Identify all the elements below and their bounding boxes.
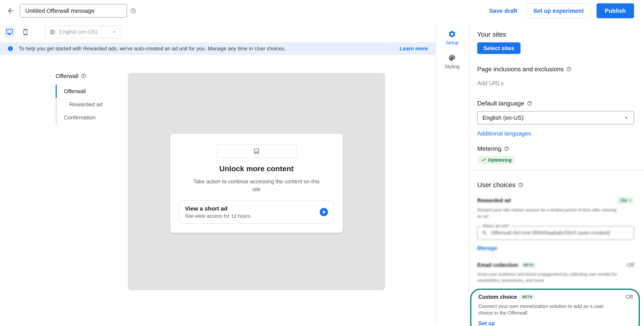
email-collection-title: Email collection — [477, 262, 518, 268]
metering-heading: Metering — [477, 145, 634, 152]
main-row: English (en-US) To help you get started … — [0, 22, 644, 326]
stepper-title-label: Offerwall — [56, 73, 78, 79]
user-choices-heading: User choices — [477, 181, 634, 189]
help-icon[interactable] — [527, 101, 532, 106]
additional-languages-link[interactable]: Additional languages — [477, 130, 531, 137]
custom-choice-state[interactable]: Off — [626, 294, 633, 300]
stepper-item-confirmation[interactable]: Confirmation — [56, 111, 128, 124]
message-stepper: Offerwall Offerwall Rewarded ad Confirma… — [0, 73, 128, 290]
preview-toolbar: English (en-US) — [0, 22, 435, 42]
info-banner: To help you get started with Rewarded ad… — [0, 42, 435, 55]
learn-more-link[interactable]: Learn more — [400, 46, 428, 52]
setup-panel-top: Your sites Select sites Page inclusions … — [469, 22, 644, 170]
back-button[interactable] — [5, 5, 16, 17]
metering-status-badge: Optimizing — [477, 156, 515, 164]
rail-tab-styling-label: Styling — [445, 64, 460, 69]
manage-link[interactable]: Manage — [477, 245, 497, 251]
rewarded-ad-description: Reward your site visitors access for a l… — [477, 207, 618, 219]
search-icon — [482, 230, 488, 236]
user-choices-label: User choices — [477, 181, 516, 189]
help-icon[interactable] — [504, 146, 510, 151]
stepper-item-label: Offerwall — [64, 88, 86, 94]
play-circle-icon — [319, 207, 329, 217]
rail-tab-styling[interactable]: Styling — [445, 54, 460, 69]
stepper-item-label: Confirmation — [64, 114, 96, 121]
info-icon — [8, 46, 13, 52]
rewarded-ad-head: Rewarded ad On — [477, 197, 634, 204]
palette-icon — [448, 54, 456, 62]
mobile-preview-button[interactable] — [20, 27, 31, 37]
preview-canvas: Unlock more content Take action to conti… — [128, 73, 385, 290]
trending-up-icon — [481, 158, 486, 163]
stepper-item-rewarded-ad[interactable]: Rewarded ad — [56, 98, 128, 111]
image-icon — [253, 148, 260, 154]
offerwall-editor-app: Save draft Set up experiment Publish Eng… — [0, 0, 644, 326]
add-urls-input[interactable] — [477, 80, 634, 87]
view-ad-option-texts: View a short ad Site-wide access for 12 … — [185, 205, 319, 219]
email-collection-choice: Email collection BETA Off Grow your audi… — [477, 262, 634, 284]
page-inclusions-heading: Page inclusions and exclusions — [477, 66, 634, 73]
custom-choice-set-up-link[interactable]: Set up — [478, 320, 495, 326]
rail-tab-setup[interactable]: Setup — [446, 30, 458, 46]
preview-language-label: English (en-US) — [59, 29, 97, 35]
offerwall-preview-card: Unlock more content Take action to conti… — [170, 134, 343, 233]
set-up-experiment-button[interactable]: Set up experiment — [526, 3, 590, 18]
your-sites-heading: Your sites — [477, 31, 634, 38]
preview-body-text: Take action to continue accessing the co… — [190, 178, 323, 193]
save-draft-button[interactable]: Save draft — [486, 8, 520, 14]
message-title-input[interactable] — [20, 4, 127, 18]
view-ad-option-title: View a short ad — [185, 205, 319, 212]
editor-pane: English (en-US) To help you get started … — [0, 22, 436, 326]
publish-button[interactable]: Publish — [596, 3, 634, 18]
mobile-icon — [22, 29, 29, 35]
metering-status-label: Optimizing — [488, 157, 512, 163]
email-collection-state[interactable]: Off — [627, 262, 634, 268]
metering-label: Metering — [477, 145, 502, 152]
back-arrow-icon — [7, 7, 15, 15]
default-language-label: Default language — [477, 100, 524, 107]
rewarded-ad-choice: Rewarded ad On Reward your site visitors… — [477, 197, 634, 251]
topbar: Save draft Set up experiment Publish — [0, 0, 644, 22]
page-inclusions-label: Page inclusions and exclusions — [477, 66, 564, 73]
settings-rail: Setup Styling — [436, 22, 469, 326]
help-icon[interactable] — [518, 182, 524, 188]
select-ad-unit-field[interactable]: Select ad unit* Offerwall-Ad-Unit-0f0849… — [477, 226, 634, 240]
chevron-down-icon — [628, 198, 633, 203]
preview-language-select[interactable]: English (en-US) — [45, 26, 122, 38]
custom-choice-head: Custom choice BETA Off — [478, 294, 633, 300]
chevron-down-icon — [623, 114, 630, 121]
help-icon[interactable] — [81, 73, 86, 79]
chevron-down-icon — [111, 29, 117, 35]
help-icon[interactable] — [566, 67, 572, 72]
custom-choice-beta-badge: BETA — [520, 294, 534, 300]
custom-choice-spotlight: Custom choice BETA Off Connect your own … — [470, 289, 640, 326]
default-language-heading: Default language — [477, 100, 634, 107]
email-collection-head: Email collection BETA Off — [477, 262, 634, 268]
globe-icon — [49, 29, 56, 35]
rewarded-ad-state-label: On — [620, 198, 627, 203]
setup-panel: Your sites Select sites Page inclusions … — [469, 22, 644, 326]
desktop-preview-button[interactable] — [4, 27, 15, 37]
custom-choice-title: Custom choice — [478, 294, 517, 300]
logo-placeholder — [216, 144, 296, 158]
desktop-icon — [6, 29, 13, 36]
ad-unit-value: Offerwall-Ad-Unit-0f0849aababc59c6 (auto… — [491, 230, 610, 236]
stepper-title: Offerwall — [56, 73, 128, 79]
rail-tab-setup-label: Setup — [446, 40, 458, 46]
user-choices-section: User choices Rewarded ad On Reward your … — [469, 170, 644, 326]
stepper-item-offerwall[interactable]: Offerwall — [56, 85, 128, 98]
select-ad-unit-label: Select ad unit* — [481, 223, 511, 228]
email-collection-description: Grow your audience and boost engagement … — [477, 271, 626, 284]
default-language-select[interactable]: English (en-US) — [477, 111, 634, 124]
email-collection-beta-badge: BETA — [522, 262, 536, 268]
view-ad-option[interactable]: View a short ad Site-wide access for 12 … — [179, 200, 334, 224]
select-sites-button[interactable]: Select sites — [477, 42, 520, 54]
help-icon-glyph — [130, 8, 136, 14]
default-language-value: English (en-US) — [482, 114, 524, 121]
rewarded-ad-state-toggle[interactable]: On — [617, 197, 634, 204]
help-icon[interactable] — [130, 8, 136, 14]
banner-text: To help you get started with Rewarded ad… — [19, 46, 286, 52]
custom-choice-description: Connect your own monetization solution t… — [478, 303, 615, 316]
stepper-item-label: Rewarded ad — [69, 101, 102, 107]
topbar-actions: Save draft Set up experiment Publish — [486, 3, 634, 18]
